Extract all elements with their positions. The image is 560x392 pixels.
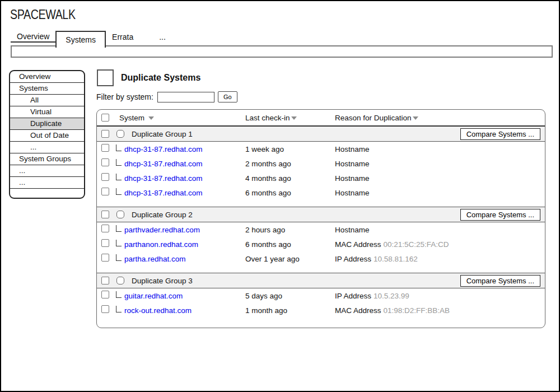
checkbox[interactable] [101, 239, 109, 247]
tab-overview[interactable]: Overview [11, 31, 55, 43]
system-cell: partha.redhat.com [116, 255, 245, 263]
column-header-reason: Reason for Duplication [335, 114, 412, 122]
table-row: dhcp-31-87.redhat.com1 week agoHostname [97, 142, 545, 156]
checkbox[interactable] [101, 144, 109, 152]
system-link[interactable]: parthanon.redhat.com [124, 240, 198, 249]
reason-cell: MAC Address00:21:5C:25:FA:CD [335, 240, 545, 249]
system-cell: dhcp-31-87.redhat.com [116, 160, 245, 168]
sidebar-item-more[interactable]: ... [10, 142, 84, 153]
sidebar-filler [10, 189, 84, 198]
tree-branch-icon [116, 174, 122, 180]
filter-bar: Filter by system: Go [96, 91, 237, 102]
placeholder-icon [97, 69, 114, 86]
compare-systems-button[interactable]: Compare Systems ... [460, 275, 540, 287]
reason-label: IP Address [335, 292, 371, 300]
sidebar-item-virtual[interactable]: Virtual [10, 106, 84, 118]
system-link[interactable]: partha.redhat.com [124, 255, 186, 263]
group-header-row: Duplicate Group 1Compare Systems ... [97, 127, 545, 142]
app-logo: SPACEWALK [10, 7, 76, 22]
system-link[interactable]: dhcp-31-87.redhat.com [124, 160, 203, 168]
row-checkbox-cell [97, 188, 116, 198]
group-checkbox[interactable] [116, 130, 124, 138]
reason-label: MAC Address [335, 306, 381, 315]
group-name: Duplicate Group 1 [132, 130, 193, 138]
tab-errata[interactable]: Errata [106, 31, 139, 43]
table-row: parthvader.redhat.com2 hours agoHostname [97, 222, 545, 237]
reason-cell: Hostname [335, 174, 545, 183]
system-link[interactable]: parthvader.redhat.com [124, 226, 200, 234]
system-link[interactable]: dhcp-31-87.redhat.com [124, 174, 203, 183]
last-checkin-cell: 1 week ago [245, 145, 335, 153]
group-checkbox[interactable] [116, 277, 124, 284]
go-button[interactable]: Go [218, 91, 237, 102]
checkbox[interactable] [101, 211, 109, 218]
system-link[interactable]: rock-out.redhat.com [124, 306, 192, 315]
table-row: dhcp-31-87.redhat.com2 months agoHostnam… [97, 156, 545, 171]
column-header-system: System [119, 114, 144, 122]
row-checkbox-cell [97, 239, 116, 249]
last-checkin-cell: 6 months ago [245, 240, 335, 249]
sidebar-item-more[interactable]: ... [10, 177, 84, 189]
reason-label: Hostname [335, 174, 370, 183]
last-checkin-cell: 1 month ago [245, 306, 335, 315]
tab-bar: OverviewSystemsErrata... [11, 31, 172, 45]
system-link[interactable]: dhcp-31-87.redhat.com [124, 189, 203, 197]
table-header-row: System Last check-in Reason for Duplicat… [97, 110, 545, 127]
sidebar-item-overview[interactable]: Overview [10, 71, 84, 83]
tree-branch-icon [116, 291, 122, 298]
table-row: guitar.redhat.com5 days agoIP Address10.… [97, 288, 545, 303]
checkbox[interactable] [101, 291, 109, 298]
tree-branch-icon [116, 159, 122, 166]
checkbox[interactable] [101, 158, 109, 166]
reason-cell: MAC Address01:98:D2:FF:BB:AB [335, 306, 545, 315]
group-header-row: Duplicate Group 3Compare Systems ... [97, 273, 545, 288]
system-cell: parthvader.redhat.com [116, 226, 245, 234]
system-link[interactable]: guitar.redhat.com [124, 292, 183, 300]
table-row: dhcp-31-87.redhat.com6 months agoHostnam… [97, 185, 545, 200]
sidebar-item-all[interactable]: All [10, 95, 84, 106]
last-checkin-cell: 6 months ago [245, 189, 335, 197]
tab-systems[interactable]: Systems [55, 31, 106, 48]
tab-more[interactable]: ... [153, 31, 172, 43]
checkbox[interactable] [101, 130, 109, 138]
row-checkbox-cell [97, 158, 116, 169]
reason-label: Hostname [335, 189, 370, 197]
row-checkbox-cell [97, 225, 116, 235]
sidebar-item-system-groups[interactable]: System Groups [10, 153, 84, 165]
sidebar-item-out-of-date[interactable]: Out of Date [10, 130, 84, 142]
reason-value: 10.58.81.162 [374, 255, 418, 263]
system-cell: dhcp-31-87.redhat.com [116, 145, 245, 153]
reason-label: Hostname [335, 160, 370, 168]
column-header-last-checkin: Last check-in [245, 114, 290, 122]
sort-arrow-icon[interactable] [413, 116, 418, 120]
duplicate-systems-table: System Last check-in Reason for Duplicat… [96, 109, 545, 328]
checkbox[interactable] [101, 305, 109, 313]
system-cell: dhcp-31-87.redhat.com [116, 174, 245, 183]
sort-arrow-icon[interactable] [148, 116, 154, 120]
group-name: Duplicate Group 3 [132, 277, 193, 285]
select-all-checkbox[interactable] [101, 114, 109, 122]
checkbox[interactable] [101, 254, 109, 262]
compare-systems-button[interactable]: Compare Systems ... [460, 209, 540, 221]
reason-cell: IP Address10.5.23.99 [335, 292, 545, 300]
sort-arrow-icon[interactable] [291, 116, 297, 120]
sidebar-item-systems[interactable]: Systems [10, 83, 84, 95]
compare-systems-button[interactable]: Compare Systems ... [460, 128, 540, 140]
system-link[interactable]: dhcp-31-87.redhat.com [124, 145, 203, 153]
checkbox[interactable] [101, 188, 109, 195]
last-checkin-cell: 4 months ago [245, 174, 335, 183]
row-checkbox-cell [97, 305, 116, 315]
checkbox[interactable] [101, 225, 109, 232]
page-title: Duplicate Systems [121, 73, 200, 83]
reason-cell: Hostname [335, 145, 545, 153]
reason-value: 00:21:5C:25:FA:CD [384, 240, 449, 249]
filter-input[interactable] [157, 92, 214, 102]
group-checkbox[interactable] [116, 211, 124, 218]
checkbox[interactable] [101, 173, 109, 181]
checkbox[interactable] [101, 277, 109, 284]
reason-cell: Hostname [335, 189, 545, 197]
sidebar-item-more[interactable]: ... [10, 165, 84, 177]
sidebar-item-duplicate[interactable]: Duplicate [10, 118, 84, 130]
tree-branch-icon [116, 144, 122, 151]
table-row: partha.redhat.comOver 1 year agoIP Addre… [97, 251, 545, 266]
